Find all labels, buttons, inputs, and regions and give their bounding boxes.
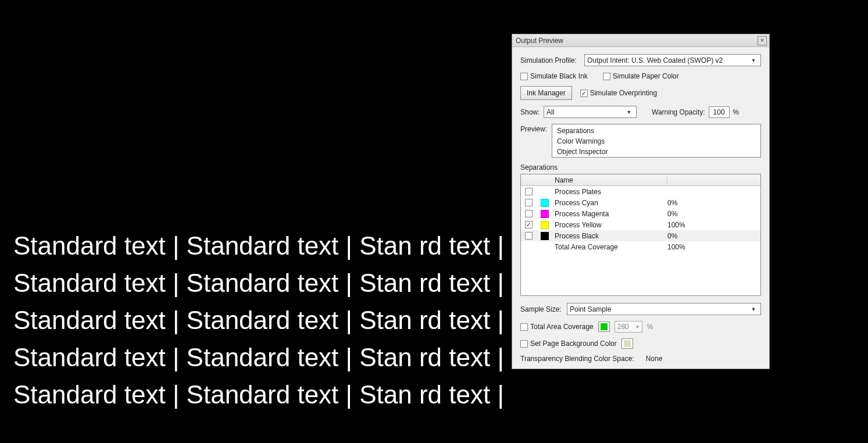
magenta-swatch-icon bbox=[541, 210, 549, 218]
color-swatch-icon bbox=[601, 323, 608, 330]
tac-value-spinner[interactable]: 280 ▾ bbox=[615, 321, 642, 333]
sep-row-process-plates[interactable]: Process Plates bbox=[521, 186, 760, 197]
sep-row-process-magenta[interactable]: Process Magenta 0% bbox=[521, 208, 760, 219]
chevron-down-icon: ▾ bbox=[634, 324, 642, 330]
black-swatch-icon bbox=[541, 232, 549, 240]
preview-item-color-warnings[interactable]: Color Warnings bbox=[552, 136, 760, 147]
preview-item-object-inspector[interactable]: Object Inspector bbox=[552, 147, 760, 157]
preview-item-separations[interactable]: Separations bbox=[552, 126, 760, 136]
bg-line: Standard text | Standard text | Stan rd … bbox=[13, 304, 504, 337]
simulation-profile-row: Simulation Profile: Output Intent: U.S. … bbox=[520, 54, 761, 66]
dialog-title: Output Preview bbox=[515, 37, 758, 45]
show-select[interactable]: All ▼ bbox=[544, 106, 637, 118]
total-area-coverage-checkbox[interactable]: Total Area Coverage bbox=[520, 323, 594, 331]
sep-row-total-area-coverage[interactable]: Total Area Coverage 100% bbox=[521, 241, 760, 252]
chevron-down-icon: ▼ bbox=[749, 306, 758, 312]
close-icon[interactable]: × bbox=[758, 36, 767, 45]
ink-manager-button[interactable]: Ink Manager bbox=[520, 86, 572, 100]
checkbox-icon bbox=[580, 90, 588, 97]
bg-line: Standard text | Standard text | Stan rd … bbox=[13, 341, 504, 374]
set-page-bg-checkbox[interactable]: Set Page Background Color bbox=[520, 340, 617, 348]
simulate-overprinting-label: Simulate Overprinting bbox=[590, 89, 657, 97]
simulate-paper-color-label: Simulate Paper Color bbox=[613, 72, 679, 80]
checkbox-icon bbox=[520, 340, 528, 348]
checkbox-icon[interactable] bbox=[525, 221, 533, 228]
sep-header-name[interactable]: Name bbox=[551, 176, 667, 184]
simulation-profile-label: Simulation Profile: bbox=[520, 56, 584, 65]
sample-size-select[interactable]: Point Sample ▼ bbox=[567, 303, 761, 315]
simulate-black-ink-checkbox[interactable]: Simulate Black Ink bbox=[520, 72, 588, 80]
bg-line: Standard text | Standard text | Stan rd … bbox=[13, 378, 504, 411]
checkbox-icon bbox=[603, 73, 610, 80]
chevron-down-icon: ▼ bbox=[749, 58, 758, 63]
preview-label: Preview: bbox=[520, 124, 552, 133]
checkbox-icon bbox=[520, 323, 528, 331]
cyan-swatch-icon bbox=[541, 199, 549, 207]
document-background-text: Standard text | Standard text | Stan rd … bbox=[13, 230, 504, 416]
color-swatch-icon bbox=[624, 340, 631, 347]
page-bg-color-well[interactable] bbox=[621, 338, 633, 349]
dialog-title-bar[interactable]: Output Preview × bbox=[512, 34, 769, 47]
checkbox-icon[interactable] bbox=[525, 232, 533, 240]
simulation-profile-value: Output Intent: U.S. Web Coated (SWOP) v2 bbox=[587, 56, 723, 65]
simulation-profile-select[interactable]: Output Intent: U.S. Web Coated (SWOP) v2… bbox=[584, 54, 761, 66]
total-area-coverage-label: Total Area Coverage bbox=[530, 323, 594, 331]
separations-section-label: Separations bbox=[520, 163, 761, 172]
yellow-swatch-icon bbox=[541, 221, 549, 229]
sample-size-label: Sample Size: bbox=[520, 305, 567, 313]
tac-unit: % bbox=[647, 323, 653, 331]
warning-opacity-label: Warning Opacity: bbox=[652, 108, 705, 116]
checkbox-icon[interactable] bbox=[525, 210, 533, 217]
show-value: All bbox=[546, 108, 554, 116]
blending-space-label: Transparency Blending Color Space: bbox=[520, 355, 634, 363]
show-label: Show: bbox=[520, 108, 544, 116]
tac-color-well[interactable] bbox=[598, 321, 610, 332]
sep-row-process-black[interactable]: Process Black 0% bbox=[521, 230, 760, 241]
preview-listbox[interactable]: Separations Color Warnings Object Inspec… bbox=[552, 124, 761, 158]
sep-row-process-cyan[interactable]: Process Cyan 0% bbox=[521, 197, 760, 208]
blending-space-value: None bbox=[646, 355, 663, 363]
simulate-black-ink-label: Simulate Black Ink bbox=[530, 72, 588, 80]
simulate-paper-color-checkbox[interactable]: Simulate Paper Color bbox=[603, 72, 679, 80]
separations-header: Name bbox=[521, 174, 760, 186]
separations-table: Name Process Plates Process Cyan 0% bbox=[520, 174, 761, 296]
sample-size-value: Point Sample bbox=[570, 305, 611, 313]
sep-row-process-yellow[interactable]: Process Yellow 100% bbox=[521, 219, 760, 230]
checkbox-icon bbox=[520, 73, 528, 80]
output-preview-dialog: Output Preview × Simulation Profile: Out… bbox=[512, 34, 770, 369]
checkbox-icon[interactable] bbox=[525, 199, 533, 206]
bg-line: Standard text | Standard text | Stan rd … bbox=[13, 267, 504, 299]
warning-opacity-unit: % bbox=[733, 108, 740, 116]
checkbox-icon[interactable] bbox=[525, 188, 533, 195]
simulate-overprinting-checkbox[interactable]: Simulate Overprinting bbox=[580, 89, 657, 97]
warning-opacity-input[interactable]: 100 bbox=[709, 106, 730, 118]
bg-line: Standard text | Standard text | Stan rd … bbox=[13, 230, 504, 262]
chevron-down-icon: ▼ bbox=[624, 109, 634, 115]
set-page-bg-label: Set Page Background Color bbox=[530, 340, 617, 348]
